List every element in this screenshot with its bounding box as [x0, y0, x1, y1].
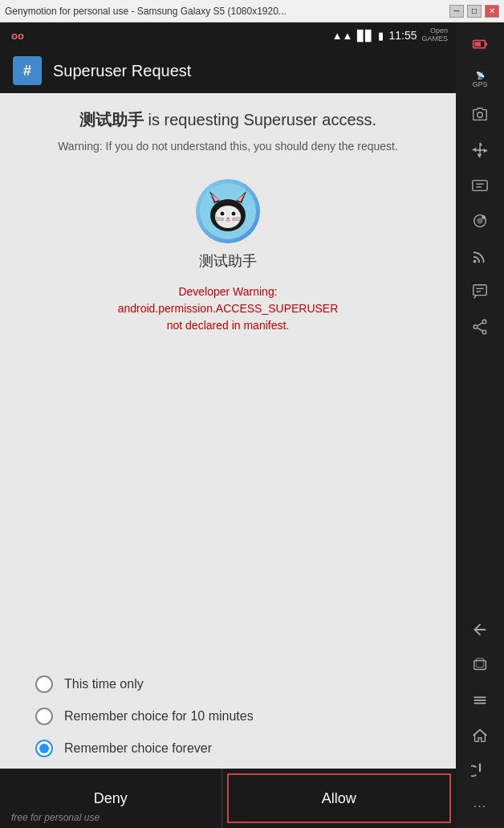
- id-sidebar-icon[interactable]: [464, 170, 496, 201]
- radio-options: This time only Remember choice for 10 mi…: [19, 667, 437, 769]
- watermark-text: free for personal use: [11, 812, 100, 823]
- phone-screen: oo ▲▲ ▊▊ ▮ 11:55 OpenGAMES # Superuser R…: [0, 22, 456, 828]
- app-header: # Superuser Request: [0, 48, 456, 93]
- svg-point-27: [477, 218, 482, 223]
- back-sidebar-icon[interactable]: [464, 614, 496, 645]
- right-sidebar: 📡 GPS: [456, 22, 504, 828]
- battery-sidebar-icon[interactable]: [464, 29, 496, 59]
- app-icon-area: 测试助手: [196, 179, 260, 271]
- wifi-icon: ▲▲: [332, 30, 353, 42]
- svg-rect-38: [476, 659, 483, 667]
- share-sidebar-icon[interactable]: [464, 312, 496, 342]
- svg-point-19: [478, 112, 482, 117]
- svg-rect-23: [473, 181, 487, 191]
- menu-sidebar-icon[interactable]: [464, 685, 496, 716]
- maximize-button[interactable]: □: [467, 5, 482, 18]
- rss-sidebar-icon[interactable]: [464, 241, 496, 271]
- record-sidebar-icon[interactable]: [464, 206, 496, 236]
- genymotion-icon: oo: [11, 30, 24, 42]
- power-sidebar-icon[interactable]: [464, 756, 496, 786]
- gps-sidebar-icon[interactable]: 📡 GPS: [464, 64, 496, 95]
- close-button[interactable]: ✕: [485, 5, 499, 18]
- camera-sidebar-icon[interactable]: [464, 100, 496, 130]
- more-sidebar-icon[interactable]: ···: [464, 791, 496, 822]
- battery-icon-status: ▮: [378, 30, 384, 42]
- app-icon-svg: [200, 183, 256, 239]
- svg-point-33: [474, 325, 478, 329]
- svg-point-10: [232, 212, 236, 216]
- move-sidebar-icon[interactable]: [464, 135, 496, 165]
- svg-point-6: [215, 206, 241, 228]
- open-games-label: OpenGAMES: [421, 27, 448, 43]
- bottom-bar: free for personal use Deny Allow: [0, 769, 456, 828]
- svg-line-36: [478, 328, 482, 331]
- home-sidebar-icon[interactable]: [464, 720, 496, 751]
- emulator-frame: oo ▲▲ ▊▊ ▮ 11:55 OpenGAMES # Superuser R…: [0, 22, 504, 828]
- time-display: 11:55: [388, 29, 417, 42]
- svg-point-32: [482, 320, 486, 324]
- svg-rect-17: [485, 43, 487, 46]
- radio-forever-label: Remember choice forever: [64, 741, 212, 756]
- request-title: 测试助手 is requesting Superuser access.: [79, 109, 376, 130]
- svg-rect-29: [474, 285, 487, 296]
- radio-ten-minutes[interactable]: Remember choice for 10 minutes: [35, 708, 437, 725]
- gps-icon-symbol: 📡: [476, 71, 485, 80]
- radio-this-time[interactable]: This time only: [35, 675, 437, 693]
- radio-this-time-label: This time only: [64, 677, 144, 691]
- chat-sidebar-icon[interactable]: [464, 276, 496, 307]
- recents-sidebar-icon[interactable]: [464, 650, 496, 680]
- allow-button[interactable]: Allow: [227, 773, 452, 823]
- svg-point-9: [221, 212, 225, 216]
- superuser-icon: #: [13, 56, 42, 85]
- app-icon-label: 测试助手: [199, 251, 257, 271]
- status-bar: oo ▲▲ ▊▊ ▮ 11:55 OpenGAMES: [0, 22, 456, 48]
- svg-point-28: [482, 215, 486, 219]
- requesting-app-name: 测试助手: [79, 111, 144, 128]
- title-bar-controls: ─ □ ✕: [449, 5, 499, 18]
- title-bar-text: Genymotion for personal use - Samsung Ga…: [5, 6, 449, 17]
- svg-line-35: [478, 323, 482, 326]
- svg-point-34: [482, 330, 486, 334]
- svg-rect-18: [475, 42, 481, 47]
- gps-label: GPS: [472, 80, 487, 88]
- signal-icon: ▊▊: [357, 30, 373, 42]
- app-icon-circle: [196, 179, 260, 243]
- radio-ten-minutes-button[interactable]: [35, 708, 53, 725]
- radio-ten-minutes-label: Remember choice for 10 minutes: [64, 709, 254, 724]
- radio-forever-button[interactable]: [35, 740, 53, 757]
- radio-forever[interactable]: Remember choice forever: [35, 740, 437, 757]
- radio-forever-selected: [39, 744, 49, 753]
- request-title-suffix: is requesting Superuser access.: [148, 111, 376, 128]
- status-bar-right: ▲▲ ▊▊ ▮ 11:55 OpenGAMES: [332, 27, 448, 43]
- svg-point-11: [226, 218, 230, 220]
- content-area: 测试助手 is requesting Superuser access. War…: [0, 93, 456, 769]
- radio-this-time-button[interactable]: [35, 675, 53, 693]
- developer-warning: Developer Warning:android.permission.ACC…: [118, 283, 339, 334]
- status-bar-left: oo: [11, 30, 24, 42]
- title-bar: Genymotion for personal use - Samsung Ga…: [0, 0, 504, 22]
- minimize-button[interactable]: ─: [449, 5, 464, 18]
- app-title: Superuser Request: [53, 62, 191, 80]
- warning-text: Warning: If you do not understand this, …: [58, 138, 398, 155]
